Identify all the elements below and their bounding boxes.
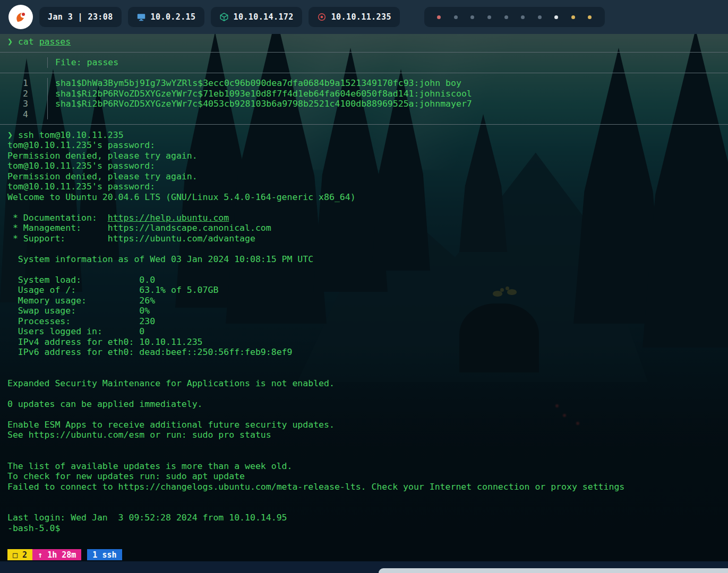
terminal-line: * Support: https://ubuntu.com/advantage [0, 233, 728, 244]
terminal-line: * Management: https://landscape.canonica… [0, 223, 728, 233]
terminal-line: System load: 0.0 [0, 275, 728, 285]
target-ip-label: 10.10.11.235 [331, 12, 391, 22]
window-count-segment: □ 2 [7, 549, 32, 560]
terminal-line [0, 358, 728, 368]
terminal-line: Last login: Wed Jan 3 09:52:28 2024 from… [0, 513, 728, 523]
terminal-text: -bash-5.0$ [7, 523, 60, 533]
terminal-text: ❯ [7, 130, 18, 140]
terminal-line: System information as of Wed 03 Jan 2024… [0, 254, 728, 265]
line-number: 3 [0, 99, 48, 109]
terminal-line [0, 440, 728, 451]
line-number: 1 [0, 78, 48, 89]
terminal-text: Permission denied, please try again. [7, 171, 198, 181]
terminal-line: Usage of /: 63.1% of 5.07GB [0, 285, 728, 296]
workspace-dot[interactable] [538, 15, 542, 19]
workspace-dots [424, 7, 605, 27]
vpn-ip-widget: 10.10.14.172 [211, 7, 302, 27]
file-content [48, 109, 55, 120]
bat-file-row: 4 [0, 109, 728, 120]
workspace-dot[interactable] [437, 15, 441, 19]
terminal-line: -bash-5.0$ [0, 523, 728, 534]
target-icon [317, 12, 327, 22]
bat-header-row: File: passes [0, 57, 728, 68]
terminal-line: ❯ ssh tom@10.10.11.235 [0, 130, 728, 141]
terminal-line: IPv6 address for eth0: dead:beef::250:56… [0, 347, 728, 358]
terminal-line: ❯ cat passes [0, 37, 728, 47]
terminal-line: The list of available updates is more th… [0, 461, 728, 472]
terminal-line [0, 409, 728, 420]
distro-logo-icon [13, 9, 29, 25]
terminal-line [0, 492, 728, 502]
terminal-line: Expanded Security Maintenance for Applic… [0, 378, 728, 389]
workspace-dot[interactable] [554, 15, 558, 19]
workspace-dot[interactable] [521, 15, 525, 19]
terminal-line: Swap usage: 0% [0, 306, 728, 316]
bat-rows: 1sha1$DhWa3Bym5bj9Ig73wYZRls$3ecc0c96b09… [0, 78, 728, 119]
terminal-window[interactable]: ❯ cat passes File: passes 1sha1$DhWa3Bym… [0, 34, 728, 561]
bat-file-view: File: passes 1sha1$DhWa3Bym5bj9Ig73wYZRl… [0, 47, 728, 130]
terminal-text: Usage of /: 63.1% of 5.07GB [7, 285, 218, 295]
terminal-text: * Support: https://ubuntu.com/advantage [7, 233, 255, 244]
terminal-line: tom@10.10.11.235's password: [0, 161, 728, 171]
terminal-link[interactable]: https://help.ubuntu.com [108, 213, 229, 223]
bat-file-row: 2sha1$Ri2bP6RVoZD5XYGzeYWr7c$71eb1093e10… [0, 89, 728, 99]
terminal-text: System load: 0.0 [7, 275, 155, 285]
terminal-text: 0 updates can be applied immediately. [7, 399, 203, 409]
workspace-dot[interactable] [454, 15, 458, 19]
clock-label: Jan 3 | 23:08 [48, 12, 113, 22]
workspace-dot[interactable] [487, 15, 491, 19]
terminal-line: To check for new updates run: sudo apt u… [0, 471, 728, 482]
bat-file-row: 3sha1$Ri2bP6RVoZD5XYGzeYWr7c$4053cb92810… [0, 99, 728, 109]
terminal-text: Last login: Wed Jan 3 09:52:28 2024 from… [7, 513, 287, 523]
terminal-text: tom@10.10.11.235's password: [7, 181, 155, 192]
terminal-line: IPv4 address for eth0: 10.10.11.235 [0, 337, 728, 348]
terminal-line [0, 368, 728, 378]
bat-separator-mid [0, 68, 728, 79]
terminal-text: * Documentation: [7, 213, 108, 223]
file-content: sha1$Ri2bP6RVoZD5XYGzeYWr7c$71eb1093e10d… [48, 89, 472, 99]
terminal-text: Expanded Security Maintenance for Applic… [7, 378, 335, 388]
terminal-text: System information as of Wed 03 Jan 2024… [7, 254, 313, 264]
terminal-text: tom@10.10.11.235's password: [7, 140, 155, 150]
file-content: sha1$Ri2bP6RVoZD5XYGzeYWr7c$4053cb928103… [48, 99, 472, 109]
minimized-window-edge[interactable] [379, 568, 728, 573]
line-number: 4 [0, 109, 48, 120]
terminal-line: Permission denied, please try again. [0, 151, 728, 161]
terminal-text: Swap usage: 0% [7, 306, 150, 316]
terminal-line: Failed to connect to https://changelogs.… [0, 482, 728, 492]
bat-gutter [0, 57, 48, 68]
terminal-text: Users logged in: 0 [7, 326, 144, 336]
terminal-text: ssh [18, 130, 39, 140]
uptime-label: ↑ 1h 28m [38, 550, 76, 560]
terminal-line: 0 updates can be applied immediately. [0, 399, 728, 410]
workspace-dot[interactable] [504, 15, 508, 19]
local-ip-widget: 10.0.2.15 [128, 7, 204, 27]
terminal-line: Users logged in: 0 [0, 326, 728, 337]
terminal-line [0, 388, 728, 399]
local-ip-label: 10.0.2.15 [151, 12, 196, 22]
terminal-text: The list of available updates is more th… [7, 461, 292, 471]
workspace-dot[interactable] [588, 15, 592, 19]
terminal-line: Enable ESM Apps to receive additional fu… [0, 420, 728, 430]
terminal-line [0, 450, 728, 461]
launcher-logo[interactable] [8, 5, 33, 29]
terminal-text: cat [18, 37, 39, 47]
terminal-text: To check for new updates run: sudo apt u… [7, 471, 245, 481]
terminal-text: Failed to connect to https://changelogs.… [7, 482, 624, 492]
terminal-text: passes [39, 37, 71, 47]
terminal-text: * Management: https://landscape.canonica… [7, 223, 271, 233]
terminal-line [0, 202, 728, 213]
terminal-text: ❯ [7, 37, 18, 47]
terminal-line: Welcome to Ubuntu 20.04.6 LTS (GNU/Linux… [0, 192, 728, 203]
workspace-dot[interactable] [571, 15, 575, 19]
terminal-text: IPv6 address for eth0: dead:beef::250:56… [7, 347, 292, 357]
terminal-text: See https://ubuntu.com/esm or run: sudo … [7, 430, 271, 440]
cube-icon [219, 12, 229, 22]
terminal-text: Processes: 230 [7, 316, 155, 326]
workspace-dot[interactable] [470, 15, 474, 19]
session-tab-ssh[interactable]: 1 ssh [87, 549, 122, 560]
terminal-line [0, 244, 728, 254]
tmux-status-bar: □ 2 ↑ 1h 28m 1 ssh [7, 549, 122, 560]
clock-widget: Jan 3 | 23:08 [39, 7, 122, 27]
window-count-label: □ 2 [13, 550, 27, 560]
